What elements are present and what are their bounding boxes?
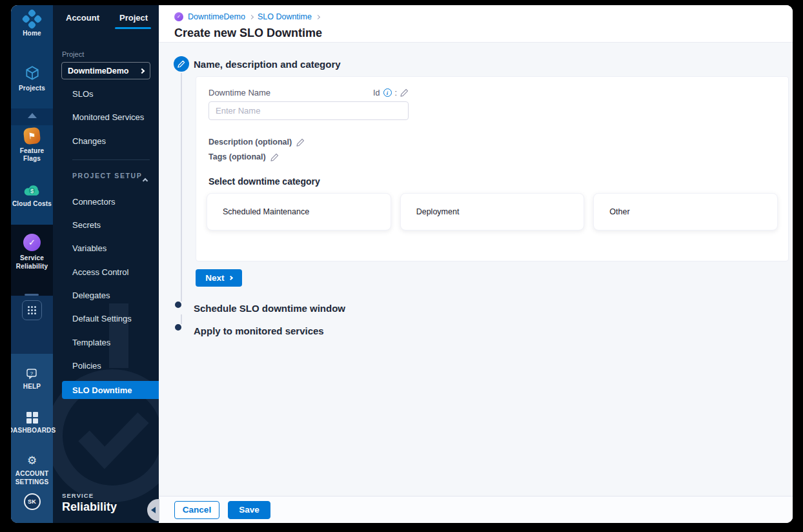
step2-indicator[interactable] xyxy=(175,302,181,308)
rail-user-avatar[interactable]: SK xyxy=(11,493,53,510)
info-icon[interactable]: i xyxy=(383,88,392,97)
tags-label: Tags (optional) xyxy=(208,152,266,161)
svg-text:$: $ xyxy=(30,188,34,194)
rail-item-projects[interactable]: Projects xyxy=(11,65,53,92)
avatar: SK xyxy=(24,493,41,510)
sidebar-item-policies[interactable]: Policies xyxy=(72,361,101,371)
rail-item-help[interactable]: ? HELP xyxy=(11,368,53,391)
edit-tags-pencil-icon xyxy=(270,153,279,161)
rail-item-help-label: HELP xyxy=(23,383,41,391)
next-button[interactable]: Next xyxy=(196,269,242,287)
breadcrumb: DowntimeDemo SLO Downtime xyxy=(174,12,793,22)
wizard-body: Name, description and category Downtime … xyxy=(159,43,793,496)
sidebar-item-slo-downtime-selected[interactable]: SLO Downtime xyxy=(62,381,159,399)
step1-form-card: Downtime Name Id i : Description (opti xyxy=(196,76,789,261)
rail-item-sr-label2: Reliability xyxy=(16,263,48,271)
main-content: DowntimeDemo SLO Downtime Create new SLO… xyxy=(159,5,793,523)
projects-cube-icon xyxy=(24,65,41,81)
sidebar-divider xyxy=(72,159,150,160)
next-button-label: Next xyxy=(205,273,224,283)
rail-item-cloud-costs-label: Cloud Costs xyxy=(12,200,52,208)
chevron-right-icon xyxy=(316,14,320,19)
description-row[interactable]: Description (optional) xyxy=(208,138,305,147)
rail-item-feature-flags-label: Feature Flags xyxy=(11,147,53,163)
rail-item-feature-flags[interactable]: ⚑ Feature Flags xyxy=(11,128,53,163)
sidebar-item-slos[interactable]: SLOs xyxy=(72,89,94,99)
project-setup-label: PROJECT SETUP xyxy=(72,172,142,179)
project-selector[interactable]: DowntimeDemo xyxy=(61,62,150,79)
chevron-right-icon xyxy=(249,14,254,19)
home-icon xyxy=(21,8,43,30)
step2-title[interactable]: Schedule SLO downtime window xyxy=(194,303,345,314)
module-rail: Home Projects ⚑ Feature Flags $ xyxy=(11,5,53,523)
rail-item-home-label: Home xyxy=(23,30,41,37)
edit-description-pencil-icon xyxy=(296,138,305,147)
name-field-header: Downtime Name Id i : xyxy=(208,88,409,97)
rail-item-service-reliability[interactable]: Service Reliability xyxy=(11,234,53,271)
id-group: Id i : xyxy=(373,88,409,97)
breadcrumb-project-link[interactable]: DowntimeDemo xyxy=(188,12,245,21)
step1-active-indicator[interactable] xyxy=(174,56,189,72)
sidebar-item-delegates[interactable]: Delegates xyxy=(72,291,110,301)
downtime-name-label: Downtime Name xyxy=(208,88,270,97)
page-title: Create new SLO Downtime xyxy=(174,26,793,40)
rail-item-account-settings[interactable]: ⚙ ACCOUNT SETTINGS xyxy=(11,455,53,486)
rail-divider-dash xyxy=(25,294,39,296)
action-footer: Cancel Save xyxy=(159,496,793,523)
active-tab-underline xyxy=(115,27,151,29)
module-selector-button[interactable] xyxy=(22,300,42,320)
sidebar-item-access-control[interactable]: Access Control xyxy=(72,267,128,278)
tags-row[interactable]: Tags (optional) xyxy=(208,152,279,161)
step3-indicator[interactable] xyxy=(175,324,181,331)
sidebar-item-default-settings[interactable]: Default Settings xyxy=(72,314,132,324)
service-reliability-breadcrumb-icon xyxy=(174,12,183,21)
category-tile-deployment[interactable]: Deployment xyxy=(400,193,585,230)
edit-id-pencil-icon[interactable] xyxy=(400,88,409,97)
pencil-icon xyxy=(178,60,185,68)
cancel-button[interactable]: Cancel xyxy=(174,501,219,519)
project-selector-value: DowntimeDemo xyxy=(68,66,136,76)
category-tiles: Scheduled Maintenance Deployment Other xyxy=(207,193,778,230)
rail-item-home[interactable]: Home xyxy=(11,12,53,37)
tab-project[interactable]: Project xyxy=(119,13,148,23)
tab-account[interactable]: Account xyxy=(66,13,99,23)
id-separator: : xyxy=(395,88,397,97)
service-reliability-icon xyxy=(23,234,41,251)
step3-title[interactable]: Apply to monitored services xyxy=(194,325,324,336)
rail-item-sr-label1: Service xyxy=(20,254,44,262)
sidebar-item-variables[interactable]: Variables xyxy=(72,243,107,254)
module-footer-small: SERVICE xyxy=(62,492,117,499)
triangle-left-icon xyxy=(151,507,156,513)
help-chat-icon: ? xyxy=(26,368,38,380)
chevron-up-icon xyxy=(143,178,148,183)
sidebar-item-changes[interactable]: Changes xyxy=(72,136,106,147)
rail-item-account-label1: ACCOUNT xyxy=(15,470,48,478)
rail-item-dashboards[interactable]: DASHBOARDS xyxy=(11,412,53,435)
dashboards-icon xyxy=(26,412,38,424)
module-footer: SERVICE Reliability xyxy=(62,492,117,514)
step1-title[interactable]: Name, description and category xyxy=(194,59,341,70)
category-tile-scheduled-maintenance[interactable]: Scheduled Maintenance xyxy=(207,193,391,230)
screen: Home Projects ⚑ Feature Flags $ xyxy=(0,0,803,532)
page-header: DowntimeDemo SLO Downtime Create new SLO… xyxy=(159,5,793,43)
project-field-label: Project xyxy=(62,50,84,58)
sidebar-item-monitored-services[interactable]: Monitored Services xyxy=(72,112,144,123)
cloud-costs-icon: $ xyxy=(23,183,41,197)
sidebar-item-connectors[interactable]: Connectors xyxy=(72,197,115,207)
step-connector-line-1 xyxy=(181,73,182,302)
breadcrumb-slo-downtime-link[interactable]: SLO Downtime xyxy=(258,12,312,21)
project-sidebar: Account Project Project DowntimeDemo SLO… xyxy=(53,5,159,523)
category-tile-other[interactable]: Other xyxy=(593,193,778,230)
save-button[interactable]: Save xyxy=(228,501,270,519)
rail-collapse-up[interactable] xyxy=(11,113,53,118)
sidebar-item-templates[interactable]: Templates xyxy=(72,338,110,348)
svg-text:?: ? xyxy=(30,371,34,376)
grid-dots-icon xyxy=(28,306,36,314)
downtime-name-input[interactable] xyxy=(208,101,409,120)
category-section-label: Select downtime category xyxy=(208,176,320,187)
rail-item-cloud-costs[interactable]: $ Cloud Costs xyxy=(11,183,53,208)
description-label: Description (optional) xyxy=(208,138,292,147)
rail-item-dashboards-label: DASHBOARDS xyxy=(11,427,56,435)
project-setup-collapse[interactable] xyxy=(143,174,147,185)
sidebar-item-secrets[interactable]: Secrets xyxy=(72,220,101,230)
